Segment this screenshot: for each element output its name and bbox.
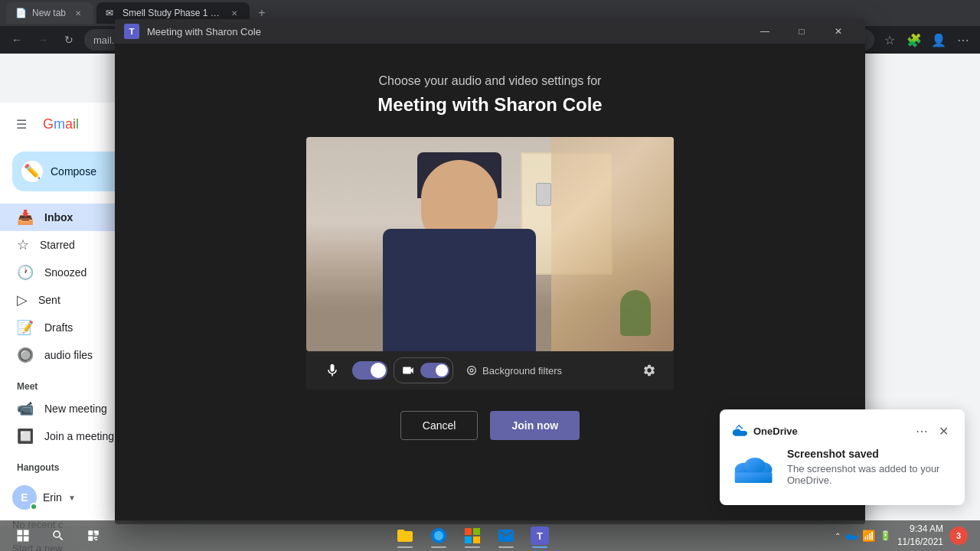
- clock-time: 9:34 AM: [897, 523, 943, 536]
- onedrive-notification: OneDrive ⋯ ✕ Screenshot sa: [720, 409, 965, 505]
- taskbar-center: T: [112, 522, 833, 549]
- taskbar-store[interactable]: [457, 522, 488, 549]
- svg-text:T: T: [129, 26, 134, 36]
- wifi-icon: 📶: [862, 530, 875, 542]
- notification-header-actions: ⋯ ✕: [913, 422, 952, 440]
- person-figure: [352, 168, 567, 351]
- notification-title: Screenshot saved: [787, 448, 952, 460]
- svg-rect-10: [473, 536, 480, 543]
- notification-header: OneDrive ⋯ ✕: [732, 422, 952, 440]
- back-button[interactable]: ←: [6, 29, 28, 51]
- teams-title-left: T Meeting with Sharon Cole: [124, 24, 261, 39]
- mic-toggle[interactable]: [352, 361, 387, 380]
- system-clock[interactable]: 9:34 AM 11/16/2021: [897, 523, 943, 549]
- notification-close-button[interactable]: ✕: [934, 422, 952, 440]
- right-room-area: [551, 137, 674, 351]
- search-button[interactable]: [41, 522, 75, 549]
- clock-date: 11/16/2021: [897, 536, 943, 549]
- window-controls: — □ ✕: [747, 19, 856, 44]
- onedrive-cloud-icon: [732, 448, 778, 493]
- tray-onedrive-icon: [845, 530, 858, 542]
- video-toggle-thumb: [436, 364, 448, 377]
- close-button[interactable]: ✕: [821, 19, 856, 44]
- join-now-button[interactable]: Join now: [490, 411, 580, 440]
- svg-rect-6: [735, 473, 773, 484]
- browser-tab-1[interactable]: 📄 New tab ✕: [6, 2, 93, 24]
- mic-toggle-thumb: [371, 363, 386, 378]
- notification-more-button[interactable]: ⋯: [913, 422, 931, 440]
- forward-button[interactable]: →: [32, 29, 54, 51]
- tab2-title: Smell Study Phase 1 - duplicitya...: [122, 8, 222, 18]
- minimize-button[interactable]: —: [747, 19, 782, 44]
- notification-body: Screenshot saved The screenshot was adde…: [732, 448, 952, 493]
- notification-body-text: The screenshot was added to your OneDriv…: [787, 463, 952, 486]
- video-camera-button[interactable]: [397, 360, 419, 381]
- svg-rect-7: [465, 528, 472, 535]
- profile-button[interactable]: 👤: [928, 29, 949, 51]
- plant: [620, 290, 651, 336]
- cancel-button[interactable]: Cancel: [400, 411, 479, 440]
- tab1-favicon: 📄: [15, 8, 26, 18]
- controls-bar: Background filters: [306, 351, 674, 390]
- nav-actions: ☆ 🧩 👤 ⋯: [879, 29, 974, 51]
- svg-point-5: [745, 458, 766, 474]
- action-buttons: Cancel Join now: [400, 411, 580, 440]
- taskbar-right: ⌃ 📶 🔋 9:34 AM 11/16/2021 3: [835, 523, 974, 549]
- meeting-name-heading: Meeting with Sharon Cole: [377, 94, 602, 116]
- notification-text: Screenshot saved The screenshot was adde…: [787, 448, 952, 486]
- notification-badge[interactable]: 3: [949, 527, 968, 545]
- svg-rect-9: [465, 536, 472, 543]
- maximize-button[interactable]: □: [784, 19, 819, 44]
- task-view-button[interactable]: [77, 522, 110, 549]
- tab1-title: New tab: [32, 8, 66, 18]
- notification-app-name: OneDrive: [753, 425, 798, 437]
- taskbar-teams[interactable]: T: [524, 522, 555, 549]
- extensions-button[interactable]: 🧩: [903, 29, 925, 51]
- body: [383, 229, 536, 351]
- video-scene: [306, 137, 674, 351]
- start-button[interactable]: [6, 522, 40, 549]
- refresh-button[interactable]: ↻: [58, 29, 80, 51]
- taskbar-mail[interactable]: [491, 522, 521, 549]
- background-filters-button[interactable]: Background filters: [466, 364, 562, 377]
- video-toggle[interactable]: [420, 363, 449, 378]
- battery-icon: 🔋: [880, 530, 891, 541]
- tab1-close[interactable]: ✕: [72, 7, 84, 19]
- teams-logo-icon: T: [124, 24, 139, 39]
- teams-title-bar: T Meeting with Sharon Cole — □ ✕: [115, 19, 865, 44]
- tray-arrow[interactable]: ⌃: [835, 532, 841, 540]
- settings-button[interactable]: [637, 358, 662, 383]
- onedrive-logo-icon: [732, 423, 747, 439]
- video-preview: [306, 137, 674, 351]
- mic-button[interactable]: [318, 357, 346, 384]
- svg-rect-8: [473, 528, 480, 535]
- background-filters-label: Background filters: [482, 365, 562, 377]
- tab2-close[interactable]: ✕: [228, 7, 240, 19]
- teams-modal-title: Meeting with Sharon Cole: [147, 26, 261, 37]
- taskbar-edge[interactable]: [423, 522, 454, 549]
- bookmark-icon[interactable]: ☆: [879, 29, 900, 51]
- video-toggle-group: [394, 357, 453, 383]
- taskbar: T ⌃ 📶 🔋 9:34 AM 11/16/2021 3: [0, 520, 980, 551]
- system-tray: ⌃ 📶 🔋: [835, 530, 891, 542]
- taskbar-file-explorer[interactable]: [390, 522, 420, 549]
- svg-text:T: T: [537, 530, 543, 542]
- subtitle-text: Choose your audio and video settings for: [379, 74, 602, 88]
- more-button[interactable]: ⋯: [952, 29, 974, 51]
- tab2-favicon: ✉: [106, 8, 116, 18]
